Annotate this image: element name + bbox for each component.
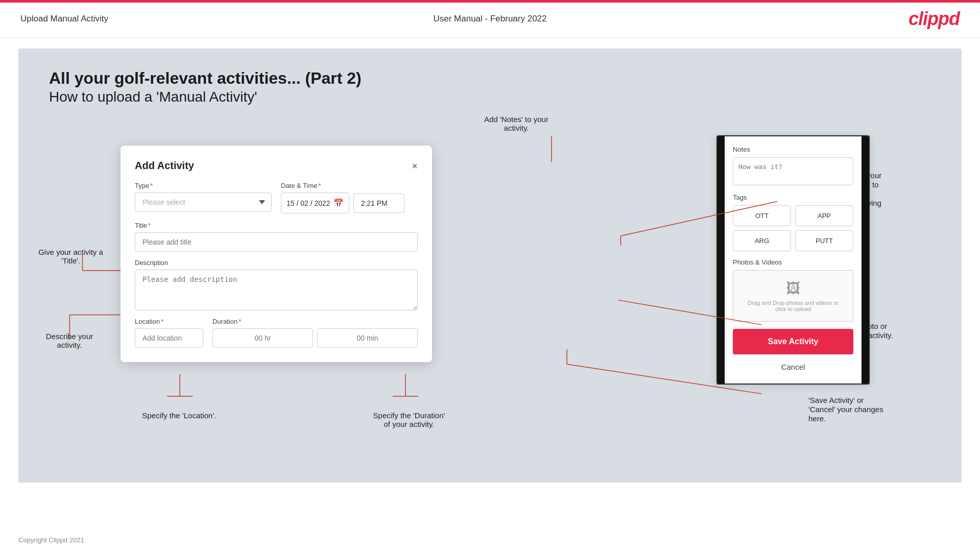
duration-inputs [212,328,418,348]
doc-title: User Manual - February 2022 [433,14,546,24]
duration-min-input[interactable] [317,328,418,348]
description-input[interactable] [135,270,418,310]
date-value: 15 / 02 / 2022 [286,199,330,207]
tags-label: Tags [733,194,853,201]
date-input[interactable]: 15 / 02 / 2022 📅 [281,193,349,213]
right-panel: Notes Tags OTT APP ARG PUTT Photos & Vid… [716,135,870,385]
annotation-location: Specify the 'Location'. [133,411,225,420]
page-title: Upload Manual Activity [20,14,108,24]
description-group: Description [135,259,418,310]
location-label: Location* [135,318,203,325]
phone-content: Notes Tags OTT APP ARG PUTT Photos & Vid… [725,136,862,384]
copyright: Copyright Clippd 2021 [18,536,84,544]
time-input[interactable]: 2:21 PM [353,194,404,213]
annotation-title: Give your activity a'Title'. [31,248,110,265]
type-datetime-row: Type* Please select Date & Time* 15 / 02… [135,182,418,213]
annotation-save: 'Save Activity' or'Cancel' your changesh… [808,396,951,423]
add-activity-modal: Add Activity × Type* Please select Date … [121,146,432,362]
close-button[interactable]: × [412,161,418,171]
type-group: Type* Please select [135,182,272,213]
duration-group: Duration* [212,318,418,348]
title-group: Title* [135,222,418,252]
type-select[interactable]: Please select [135,193,272,212]
title-label: Title* [135,222,418,229]
logo: clippd [909,8,960,30]
photos-label: Photos & Videos [733,258,853,266]
modal-header: Add Activity × [135,160,418,172]
main-heading-bold: All your golf-relevant activities... (Pa… [49,69,936,88]
modal-title: Add Activity [135,160,194,172]
annotation-notes: Add 'Notes' to youractivity. [463,115,570,132]
title-input[interactable] [135,232,418,252]
cancel-button[interactable]: Cancel [733,360,853,374]
duration-label: Duration* [212,318,418,325]
main-content: All your golf-relevant activities... (Pa… [18,49,962,483]
description-label: Description [135,259,418,267]
main-heading-sub: How to upload a 'Manual Activity' [49,89,936,105]
location-group: Location* [135,318,203,348]
tag-putt[interactable]: PUTT [795,230,853,251]
location-input[interactable] [135,328,203,348]
save-activity-button[interactable]: Save Activity [733,329,853,354]
datetime-label: Date & Time* [281,182,418,189]
annotation-description: Describe youractivity. [26,332,113,349]
calendar-icon: 📅 [333,198,344,208]
tags-grid: OTT APP ARG PUTT [733,205,853,251]
tag-app[interactable]: APP [795,205,853,226]
header: Upload Manual Activity User Manual - Feb… [0,0,980,38]
annotation-duration: Specify the 'Duration'of your activity. [345,411,473,428]
photo-text: Drag and Drop photos and videos or click… [743,300,844,312]
duration-hr-input[interactable] [212,328,313,348]
notes-input[interactable] [733,157,853,185]
datetime-group: Date & Time* 15 / 02 / 2022 📅 2:21 PM [281,182,418,213]
tag-ott[interactable]: OTT [733,205,791,226]
notes-label: Notes [733,146,853,153]
photo-icon: 🖼 [743,280,844,297]
date-time-inputs: 15 / 02 / 2022 📅 2:21 PM [281,193,418,213]
location-duration-row: Location* Duration* [135,318,418,348]
type-label: Type* [135,182,272,189]
tag-arg[interactable]: ARG [733,230,791,251]
photo-dropzone[interactable]: 🖼 Drag and Drop photos and videos or cli… [733,270,853,322]
